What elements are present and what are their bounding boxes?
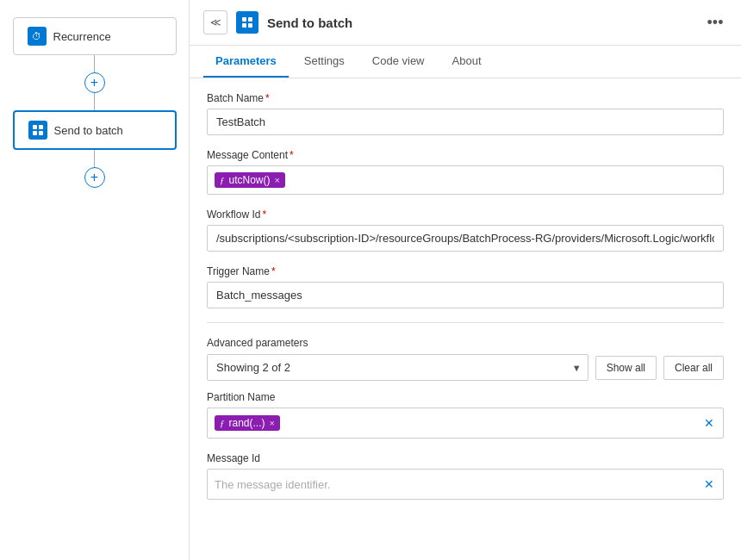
svg-rect-7: [248, 23, 252, 28]
rand-token-function-icon: ƒ: [220, 418, 225, 428]
message-id-clear-button[interactable]: ✕: [695, 470, 723, 499]
svg-rect-6: [242, 23, 246, 28]
collapse-icon: ≪: [210, 16, 221, 28]
advanced-parameters-row: Showing 2 of 2 ▼ Show all Clear all: [207, 354, 724, 381]
panel-header: ≪ Send to batch •••: [190, 0, 741, 46]
trigger-name-field: Trigger Name*: [207, 265, 724, 308]
partition-clear-icon: ✕: [704, 416, 714, 430]
add-button-2[interactable]: +: [84, 167, 105, 188]
trigger-name-label: Trigger Name*: [207, 265, 724, 277]
clear-all-button[interactable]: Clear all: [663, 356, 724, 380]
message-id-placeholder: The message identifier.: [215, 478, 330, 491]
message-content-required: *: [290, 149, 294, 161]
connector-1: +: [84, 55, 105, 110]
batch-name-required: *: [265, 92, 270, 104]
tabs: Parameters Settings Code view About: [190, 46, 741, 78]
send-to-batch-label: Send to batch: [54, 124, 123, 137]
trigger-name-input[interactable]: [207, 282, 724, 308]
recurrence-node-box[interactable]: ⏱ Recurrence: [13, 17, 177, 55]
section-divider: [207, 322, 724, 323]
message-id-clear-icon: ✕: [704, 477, 714, 491]
utcnow-token[interactable]: ƒ utcNow() ×: [215, 172, 285, 188]
partition-name-clearable: ƒ rand(...) × ✕: [207, 408, 724, 439]
svg-rect-5: [248, 17, 252, 22]
connector-line-3: [94, 150, 95, 167]
more-options-button[interactable]: •••: [703, 10, 727, 34]
message-id-label: Message Id: [207, 452, 724, 464]
panel-title: Send to batch: [267, 16, 694, 30]
rand-token-close-btn[interactable]: ×: [270, 418, 275, 428]
message-content-label: Message Content*: [207, 149, 724, 161]
send-to-batch-node: Send to batch: [13, 110, 177, 150]
tab-code-view[interactable]: Code view: [360, 46, 437, 78]
recurrence-node: ⏱ Recurrence: [13, 17, 177, 55]
advanced-parameters-section: Advanced parameters Showing 2 of 2 ▼ Sho…: [207, 337, 724, 381]
workflow-id-label: Workflow Id*: [207, 208, 724, 221]
tab-about[interactable]: About: [440, 46, 494, 78]
message-id-field: Message Id The message identifier. ✕: [207, 452, 724, 500]
left-panel: ⏱ Recurrence + Send to batch +: [0, 0, 190, 560]
partition-clear-button[interactable]: ✕: [695, 408, 723, 438]
connector-line-1: [94, 55, 95, 72]
svg-rect-0: [33, 125, 37, 129]
partition-token-inner[interactable]: ƒ rand(...) ×: [208, 408, 695, 438]
message-content-field: Message Content* ƒ utcNow() ×: [207, 149, 724, 195]
more-icon: •••: [707, 14, 724, 32]
batch-icon: [28, 121, 47, 140]
connector-line-2: [94, 93, 95, 110]
workflow-id-field: Workflow Id*: [207, 208, 724, 252]
batch-name-input[interactable]: [207, 109, 724, 135]
advanced-parameters-label: Advanced parameters: [207, 337, 724, 349]
advanced-parameters-dropdown[interactable]: Showing 2 of 2: [207, 354, 588, 381]
token-function-icon: ƒ: [220, 175, 225, 185]
partition-name-field: Partition Name ƒ rand(...) × ✕: [207, 391, 724, 439]
svg-rect-1: [39, 125, 43, 129]
message-id-inner[interactable]: The message identifier.: [208, 470, 695, 499]
send-to-batch-node-box[interactable]: Send to batch: [13, 110, 177, 150]
svg-rect-2: [33, 131, 37, 135]
rand-token[interactable]: ƒ rand(...) ×: [215, 415, 280, 431]
show-all-button[interactable]: Show all: [595, 356, 657, 380]
svg-rect-4: [242, 17, 246, 22]
message-id-clearable: The message identifier. ✕: [207, 469, 724, 500]
workflow-id-input[interactable]: [207, 225, 724, 252]
recurrence-label: Recurrence: [53, 30, 111, 43]
batch-name-field: Batch Name*: [207, 92, 724, 135]
connector-2: +: [84, 150, 105, 188]
collapse-button[interactable]: ≪: [203, 10, 227, 34]
svg-rect-3: [39, 131, 43, 135]
partition-name-label: Partition Name: [207, 391, 724, 403]
tab-parameters[interactable]: Parameters: [203, 46, 289, 78]
workflow-id-required: *: [262, 208, 266, 221]
tab-settings[interactable]: Settings: [292, 46, 357, 78]
right-panel: ≪ Send to batch ••• Parameters Settings …: [190, 0, 741, 560]
batch-name-label: Batch Name*: [207, 92, 724, 104]
token-text: utcNow(): [229, 174, 271, 186]
token-close-btn[interactable]: ×: [275, 175, 280, 185]
message-content-token-field[interactable]: ƒ utcNow() ×: [207, 165, 724, 195]
trigger-name-required: *: [271, 265, 276, 277]
advanced-dropdown-wrapper: Showing 2 of 2 ▼: [207, 354, 588, 381]
recurrence-icon: ⏱: [28, 27, 47, 46]
rand-token-text: rand(...): [229, 417, 265, 429]
form-area: Batch Name* Message Content* ƒ utcNow() …: [190, 78, 741, 560]
panel-header-icon: [236, 11, 258, 34]
add-button-1[interactable]: +: [84, 72, 105, 93]
